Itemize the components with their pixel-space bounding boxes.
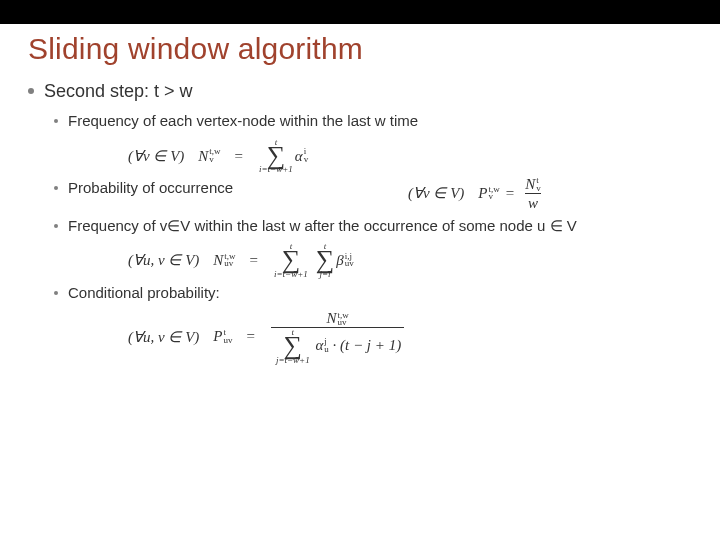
f4-P-sub: uv [223,337,232,345]
bullet-freq-pair-text: Frequency of v∈V within the last w after… [68,216,577,236]
f3-beta-sub: uv [345,260,354,268]
f2-den: w [525,193,541,212]
f2-frac: Ntv w [522,175,544,212]
f3-sigma1: t ∑ i=t−w+1 [274,242,308,279]
f3-N: N [213,252,223,269]
formula-cond-prob: (∀u, v ∈ V) Ptuv = Nt,wuv t ∑ j=t−w+1 αj… [128,309,692,365]
sigma-symbol: ∑ [282,250,301,271]
f3-beta: β [336,252,343,269]
formula-freq-vertex: (∀v ∈ V) Nt,wv = t ∑ i=t−w+1 αiv [128,138,692,175]
bullet-cond-prob-text: Conditional probability: [68,283,220,303]
f2-eq: = [506,185,514,202]
bullet-dot [28,88,34,94]
f2-num-N: N [525,176,535,192]
f1-alpha: α [295,148,303,165]
sigma-symbol: ∑ [316,250,335,271]
bullet-dot-sm [54,224,58,228]
f3-eq: = [250,252,258,269]
f4-quant: (∀u, v ∈ V) [128,328,199,346]
bullet-step-text: Second step: t > w [44,80,193,103]
f4-num-sub: uv [337,319,348,327]
f4-num-N: N [326,310,336,326]
bullet-step: Second step: t > w [28,80,692,103]
f2-num-sub: v [536,185,541,193]
f4-den-sigma: t ∑ j=t−w+1 [276,328,310,365]
f2-quant: (∀v ∈ V) [408,184,464,202]
sigma-symbol: ∑ [284,336,303,357]
bullet-dot-sm [54,291,58,295]
f4-P: P [213,328,222,345]
bullet-freq-pair: Frequency of v∈V within the last w after… [54,216,692,236]
sigma-symbol: ∑ [267,146,286,167]
f4-frac: Nt,wuv t ∑ j=t−w+1 αju · (t − j + 1) [271,309,404,365]
f1-quant: (∀v ∈ V) [128,147,184,165]
f1-sig-bot: i=t−w+1 [259,165,293,174]
bullet-prob-occ-text: Probability of occurrence [68,178,233,198]
slide-title: Sliding window algorithm [28,32,692,66]
f2-P-sub: v [488,193,499,201]
bullet-freq-vertex-text: Frequency of each vertex-node within the… [68,111,418,131]
f3-quant: (∀u, v ∈ V) [128,251,199,269]
bullet-cond-prob: Conditional probability: [54,283,692,303]
f4-den-tail: · (t − j + 1) [329,337,401,353]
f3-sig2-bot: j=i [320,270,331,279]
f4-eq: = [246,328,254,345]
slide-body: Sliding window algorithm Second step: t … [0,24,720,375]
f3-N-sub: uv [224,260,235,268]
f1-sigma: t ∑ i=t−w+1 [259,138,293,175]
f4-den-alpha: α [315,337,323,353]
f1-N-sub: v [209,156,220,164]
f4-den-sig-bot: j=t−w+1 [276,356,310,365]
bullet-dot-sm [54,186,58,190]
f3-sigma2: t ∑ j=i [316,242,335,279]
bullet-freq-vertex: Frequency of each vertex-node within the… [54,111,692,131]
title-bar-strip [0,0,720,24]
formula-prob-occ: (∀v ∈ V) Pt,wv = Ntv w [408,175,692,212]
f1-N: N [198,148,208,165]
f2-P: P [478,185,487,202]
f3-sig1-bot: i=t−w+1 [274,270,308,279]
bullet-dot-sm [54,119,58,123]
f1-alpha-sub: v [304,156,309,164]
f1-eq: = [235,148,243,165]
formula-freq-pair: (∀u, v ∈ V) Nt,wuv = t ∑ i=t−w+1 t ∑ j=i… [128,242,692,279]
